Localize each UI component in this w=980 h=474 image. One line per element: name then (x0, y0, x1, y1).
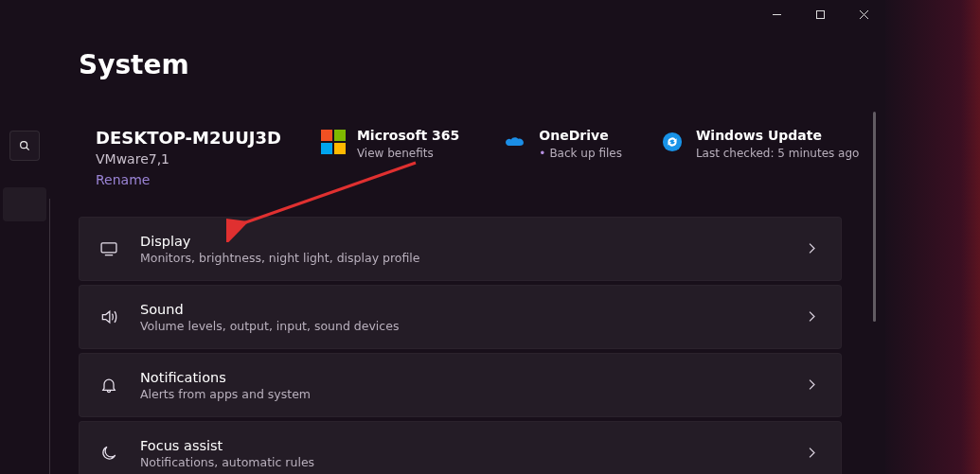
search-button[interactable] (9, 131, 40, 161)
sidebar-strip (0, 0, 49, 474)
chevron-right-icon (806, 240, 818, 258)
tile-subtitle: Last checked: 5 minutes ago (696, 147, 860, 160)
card-display[interactable]: Display Monitors, brightness, night ligh… (79, 217, 842, 281)
search-icon (18, 139, 31, 152)
device-info-row: DESKTOP-M2UUJ3D VMware7,1 Rename Microso… (79, 128, 851, 190)
tile-title: Windows Update (696, 128, 860, 143)
device-name: DESKTOP-M2UUJ3D (96, 128, 281, 148)
card-notifications[interactable]: Notifications Alerts from apps and syste… (79, 353, 842, 417)
device-model: VMware7,1 (96, 151, 281, 167)
window-titlebar (755, 0, 885, 28)
display-icon (98, 239, 119, 258)
tile-windows-update[interactable]: Windows Update Last checked: 5 minutes a… (654, 128, 865, 160)
chevron-right-icon (806, 377, 818, 395)
svg-line-1 (27, 148, 29, 150)
card-title: Sound (140, 302, 785, 317)
card-sound[interactable]: Sound Volume levels, output, input, soun… (79, 285, 842, 349)
maximize-button[interactable] (798, 0, 842, 28)
card-title: Display (140, 234, 785, 249)
onedrive-icon (503, 130, 527, 154)
card-subtitle: Notifications, automatic rules (140, 455, 785, 469)
svg-rect-7 (101, 243, 116, 253)
minimize-button[interactable] (755, 0, 798, 28)
tile-onedrive[interactable]: OneDrive •Back up files (497, 128, 628, 160)
card-subtitle: Volume levels, output, input, sound devi… (140, 319, 785, 333)
svg-point-6 (663, 132, 682, 151)
rename-link[interactable]: Rename (96, 172, 281, 187)
desktop-background-edge (885, 0, 980, 474)
close-button[interactable] (842, 0, 885, 28)
sidebar-active-item[interactable] (3, 187, 46, 221)
tile-subtitle: View benefits (357, 147, 459, 160)
svg-rect-3 (816, 10, 824, 18)
sound-icon (98, 307, 119, 326)
scrollbar[interactable] (873, 112, 876, 322)
bell-icon (98, 376, 119, 395)
chevron-right-icon (806, 308, 818, 326)
settings-list: Display Monitors, brightness, night ligh… (79, 217, 851, 474)
maximize-icon (815, 9, 826, 20)
svg-point-0 (21, 142, 27, 149)
tile-title: Microsoft 365 (357, 128, 459, 143)
tile-title: OneDrive (539, 128, 622, 143)
moon-icon (98, 444, 119, 463)
minimize-icon (772, 9, 782, 20)
microsoft-365-icon (321, 130, 346, 154)
card-subtitle: Alerts from apps and system (140, 387, 785, 401)
card-title: Notifications (140, 370, 785, 385)
chevron-right-icon (806, 445, 818, 463)
card-subtitle: Monitors, brightness, night light, displ… (140, 251, 785, 265)
card-focus-assist[interactable]: Focus assist Notifications, automatic ru… (79, 421, 842, 474)
close-icon (859, 9, 869, 20)
tile-microsoft-365[interactable]: Microsoft 365 View benefits (315, 128, 465, 160)
main-panel: System DESKTOP-M2UUJ3D VMware7,1 Rename … (50, 0, 885, 474)
tile-subtitle: •Back up files (539, 147, 622, 160)
page-title: System (79, 49, 851, 80)
card-title: Focus assist (140, 438, 785, 453)
windows-update-icon (660, 130, 685, 154)
